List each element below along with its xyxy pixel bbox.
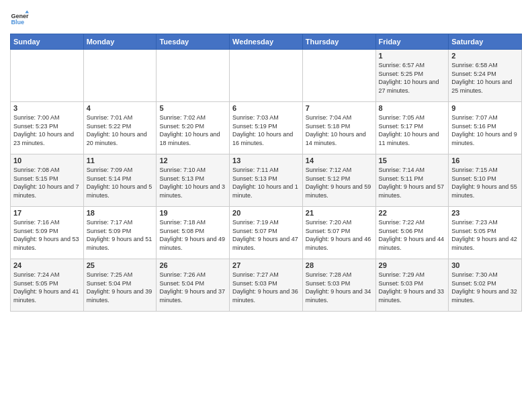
calendar-week-5: 24Sunrise: 7:24 AM Sunset: 5:05 PM Dayli… bbox=[11, 259, 522, 312]
day-header-saturday: Saturday bbox=[449, 34, 522, 50]
calendar-cell: 18Sunrise: 7:17 AM Sunset: 5:09 PM Dayli… bbox=[83, 207, 157, 259]
calendar-cell: 16Sunrise: 7:15 AM Sunset: 5:10 PM Dayli… bbox=[449, 154, 522, 207]
day-number: 24 bbox=[13, 261, 81, 269]
day-header-thursday: Thursday bbox=[302, 34, 375, 50]
day-header-tuesday: Tuesday bbox=[157, 34, 230, 50]
day-header-wednesday: Wednesday bbox=[230, 34, 303, 50]
day-info: Sunrise: 7:15 AM Sunset: 5:10 PM Dayligh… bbox=[451, 166, 519, 199]
calendar-cell: 2Sunrise: 6:58 AM Sunset: 5:24 PM Daylig… bbox=[449, 50, 522, 102]
day-info: Sunrise: 6:58 AM Sunset: 5:24 PM Dayligh… bbox=[451, 61, 519, 95]
calendar-cell: 19Sunrise: 7:18 AM Sunset: 5:08 PM Dayli… bbox=[157, 207, 230, 259]
day-info: Sunrise: 7:09 AM Sunset: 5:14 PM Dayligh… bbox=[87, 166, 154, 199]
day-info: Sunrise: 7:19 AM Sunset: 5:07 PM Dayligh… bbox=[232, 218, 300, 252]
day-number: 13 bbox=[232, 156, 300, 165]
calendar-cell: 17Sunrise: 7:16 AM Sunset: 5:09 PM Dayli… bbox=[11, 207, 84, 259]
day-info: Sunrise: 7:10 AM Sunset: 5:13 PM Dayligh… bbox=[159, 166, 226, 199]
day-info: Sunrise: 7:24 AM Sunset: 5:05 PM Dayligh… bbox=[13, 271, 81, 304]
calendar-cell bbox=[230, 50, 303, 102]
day-number: 11 bbox=[87, 156, 154, 165]
day-info: Sunrise: 7:03 AM Sunset: 5:19 PM Dayligh… bbox=[232, 113, 300, 147]
day-number: 26 bbox=[159, 261, 226, 269]
svg-text:General: General bbox=[11, 13, 29, 19]
calendar-week-3: 10Sunrise: 7:08 AM Sunset: 5:15 PM Dayli… bbox=[11, 154, 522, 207]
day-number: 20 bbox=[232, 209, 300, 217]
day-info: Sunrise: 7:29 AM Sunset: 5:03 PM Dayligh… bbox=[379, 271, 446, 304]
day-info: Sunrise: 7:00 AM Sunset: 5:23 PM Dayligh… bbox=[13, 113, 81, 147]
day-info: Sunrise: 7:17 AM Sunset: 5:09 PM Dayligh… bbox=[87, 218, 154, 252]
calendar-cell bbox=[157, 50, 230, 102]
logo-icon: General Blue bbox=[10, 9, 29, 28]
day-number: 2 bbox=[451, 52, 519, 60]
calendar-cell bbox=[11, 50, 84, 102]
calendar-cell: 28Sunrise: 7:28 AM Sunset: 5:03 PM Dayli… bbox=[302, 259, 375, 312]
calendar-cell: 7Sunrise: 7:04 AM Sunset: 5:18 PM Daylig… bbox=[302, 102, 375, 154]
svg-marker-2 bbox=[25, 10, 29, 13]
day-number: 1 bbox=[379, 52, 446, 60]
day-header-sunday: Sunday bbox=[11, 34, 84, 50]
day-number: 3 bbox=[13, 104, 81, 112]
calendar-table: SundayMondayTuesdayWednesdayThursdayFrid… bbox=[10, 34, 522, 312]
calendar-cell: 24Sunrise: 7:24 AM Sunset: 5:05 PM Dayli… bbox=[11, 259, 84, 312]
day-number: 25 bbox=[87, 261, 154, 269]
logo: General Blue bbox=[10, 9, 32, 28]
day-info: Sunrise: 7:20 AM Sunset: 5:07 PM Dayligh… bbox=[306, 218, 373, 252]
calendar-week-2: 3Sunrise: 7:00 AM Sunset: 5:23 PM Daylig… bbox=[11, 102, 522, 154]
day-number: 10 bbox=[13, 156, 81, 165]
day-number: 22 bbox=[379, 209, 446, 217]
header: General Blue bbox=[10, 7, 522, 28]
day-info: Sunrise: 7:01 AM Sunset: 5:22 PM Dayligh… bbox=[87, 113, 154, 147]
calendar-cell: 20Sunrise: 7:19 AM Sunset: 5:07 PM Dayli… bbox=[230, 207, 303, 259]
day-number: 7 bbox=[306, 104, 373, 112]
day-number: 15 bbox=[379, 156, 446, 165]
calendar-cell: 14Sunrise: 7:12 AM Sunset: 5:12 PM Dayli… bbox=[302, 154, 375, 207]
day-number: 4 bbox=[87, 104, 154, 112]
day-number: 28 bbox=[306, 261, 373, 269]
day-number: 8 bbox=[379, 104, 446, 112]
calendar-cell: 21Sunrise: 7:20 AM Sunset: 5:07 PM Dayli… bbox=[302, 207, 375, 259]
day-info: Sunrise: 6:57 AM Sunset: 5:25 PM Dayligh… bbox=[379, 61, 446, 95]
day-number: 5 bbox=[159, 104, 226, 112]
day-info: Sunrise: 7:23 AM Sunset: 5:05 PM Dayligh… bbox=[451, 218, 519, 252]
day-header-monday: Monday bbox=[83, 34, 157, 50]
day-header-friday: Friday bbox=[375, 34, 449, 50]
day-info: Sunrise: 7:07 AM Sunset: 5:16 PM Dayligh… bbox=[451, 113, 519, 147]
calendar-cell: 13Sunrise: 7:11 AM Sunset: 5:13 PM Dayli… bbox=[230, 154, 303, 207]
day-info: Sunrise: 7:30 AM Sunset: 5:02 PM Dayligh… bbox=[451, 271, 519, 304]
calendar-cell bbox=[302, 50, 375, 102]
calendar-cell: 11Sunrise: 7:09 AM Sunset: 5:14 PM Dayli… bbox=[83, 154, 157, 207]
day-info: Sunrise: 7:16 AM Sunset: 5:09 PM Dayligh… bbox=[13, 218, 81, 252]
day-info: Sunrise: 7:22 AM Sunset: 5:06 PM Dayligh… bbox=[379, 218, 446, 252]
calendar-cell: 12Sunrise: 7:10 AM Sunset: 5:13 PM Dayli… bbox=[157, 154, 230, 207]
day-number: 12 bbox=[159, 156, 226, 165]
calendar-cell bbox=[83, 50, 157, 102]
day-info: Sunrise: 7:18 AM Sunset: 5:08 PM Dayligh… bbox=[159, 218, 226, 252]
calendar-cell: 4Sunrise: 7:01 AM Sunset: 5:22 PM Daylig… bbox=[83, 102, 157, 154]
day-number: 14 bbox=[306, 156, 373, 165]
calendar-cell: 27Sunrise: 7:27 AM Sunset: 5:03 PM Dayli… bbox=[230, 259, 303, 312]
day-number: 18 bbox=[87, 209, 154, 217]
calendar-week-4: 17Sunrise: 7:16 AM Sunset: 5:09 PM Dayli… bbox=[11, 207, 522, 259]
day-number: 19 bbox=[159, 209, 226, 217]
day-number: 29 bbox=[379, 261, 446, 269]
header-row: SundayMondayTuesdayWednesdayThursdayFrid… bbox=[11, 34, 522, 50]
day-info: Sunrise: 7:28 AM Sunset: 5:03 PM Dayligh… bbox=[306, 271, 373, 304]
day-info: Sunrise: 7:27 AM Sunset: 5:03 PM Dayligh… bbox=[232, 271, 300, 304]
day-number: 9 bbox=[451, 104, 519, 112]
calendar-cell: 3Sunrise: 7:00 AM Sunset: 5:23 PM Daylig… bbox=[11, 102, 84, 154]
page: General Blue SundayMondayTuesdayWednesda… bbox=[0, 0, 532, 411]
day-number: 30 bbox=[451, 261, 519, 269]
day-info: Sunrise: 7:14 AM Sunset: 5:11 PM Dayligh… bbox=[379, 166, 446, 199]
calendar-week-1: 1Sunrise: 6:57 AM Sunset: 5:25 PM Daylig… bbox=[11, 50, 522, 102]
day-number: 17 bbox=[13, 209, 81, 217]
calendar-cell: 6Sunrise: 7:03 AM Sunset: 5:19 PM Daylig… bbox=[230, 102, 303, 154]
calendar-cell: 22Sunrise: 7:22 AM Sunset: 5:06 PM Dayli… bbox=[375, 207, 449, 259]
calendar-cell: 15Sunrise: 7:14 AM Sunset: 5:11 PM Dayli… bbox=[375, 154, 449, 207]
day-info: Sunrise: 7:04 AM Sunset: 5:18 PM Dayligh… bbox=[306, 113, 373, 147]
day-number: 21 bbox=[306, 209, 373, 217]
day-info: Sunrise: 7:25 AM Sunset: 5:04 PM Dayligh… bbox=[87, 271, 154, 304]
calendar-cell: 9Sunrise: 7:07 AM Sunset: 5:16 PM Daylig… bbox=[449, 102, 522, 154]
day-info: Sunrise: 7:02 AM Sunset: 5:20 PM Dayligh… bbox=[159, 113, 226, 147]
calendar-cell: 8Sunrise: 7:05 AM Sunset: 5:17 PM Daylig… bbox=[375, 102, 449, 154]
calendar-cell: 30Sunrise: 7:30 AM Sunset: 5:02 PM Dayli… bbox=[449, 259, 522, 312]
calendar-cell: 10Sunrise: 7:08 AM Sunset: 5:15 PM Dayli… bbox=[11, 154, 84, 207]
